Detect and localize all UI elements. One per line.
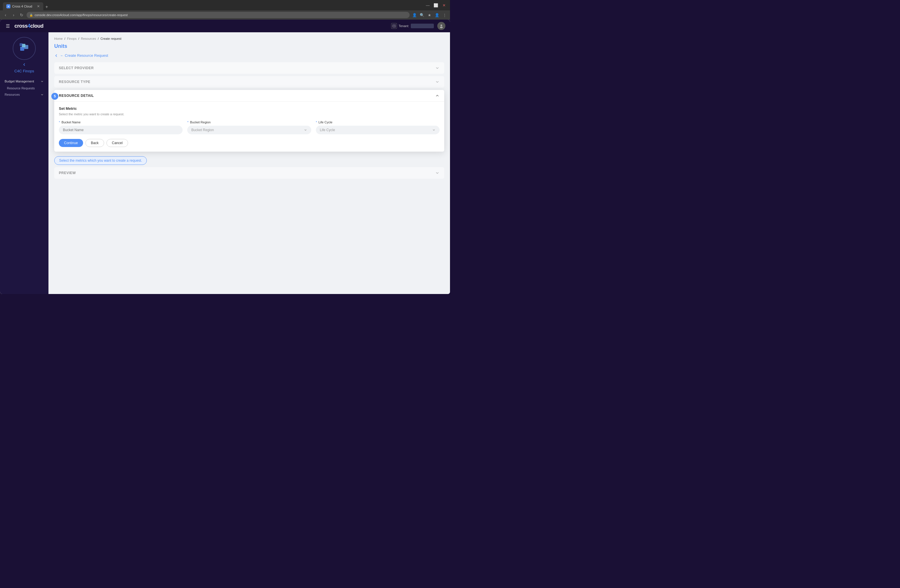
breadcrumb-finops[interactable]: Finops [67,37,76,40]
resource-detail-title: RESOURCE DETAIL [59,94,94,98]
resource-detail-header: RESOURCE DETAIL [54,90,444,102]
sidebar-item-resources[interactable]: Resources [2,92,46,97]
form-row: * Bucket Name * Bucket Region [59,121,440,134]
cancel-button[interactable]: Cancel [106,139,128,147]
window-close-button[interactable]: ✕ [441,2,447,8]
life-cycle-label: * Life Cycle [316,121,440,124]
preview-header[interactable]: PREVIEW [54,167,444,179]
user-avatar[interactable] [437,22,445,30]
browser-nav: ‹ › ↻ 🔒 console.dev.cross4cloud.com/app/… [0,10,450,20]
select-provider-section: SELECT PROVIDER [54,62,444,74]
window-minimize-button[interactable]: — [425,2,431,8]
browser-tab-active[interactable]: 4 Cross 4 Cloud ✕ [3,2,43,10]
sidebar-app-name: C4C Finops [14,69,34,73]
profile-icon[interactable]: 👤 [411,12,418,18]
sidebar-budget-management-section: Budget Management Resource Requests Reso… [0,78,48,97]
browser-tabs: 4 Cross 4 Cloud ✕ + [3,0,50,10]
sidebar-budget-management-header[interactable]: Budget Management [2,78,46,85]
sidebar-collapse-button[interactable] [22,62,26,68]
tenant-section: Tenant: [391,23,434,29]
preview-chevron-icon [435,171,440,175]
resource-detail-body: Set Metric Select the metric you want to… [54,102,444,152]
back-button[interactable]: Back [85,139,104,147]
tenant-value [411,24,434,28]
svg-point-2 [441,25,442,26]
select-provider-header[interactable]: SELECT PROVIDER [54,62,444,74]
svg-rect-7 [20,43,23,46]
breadcrumb-current: Create request [100,37,121,40]
url-text: console.dev.cross4cloud.com/app/finops/r… [35,13,128,17]
app-container: ☰ cross4cloud Tenant: [0,20,450,294]
browser-chrome: 4 Cross 4 Cloud ✕ + — ⬜ ✕ [0,0,450,10]
window-maximize-button[interactable]: ⬜ [433,2,439,8]
bucket-region-select[interactable]: Bucket Region [187,126,311,134]
resource-detail-collapse-icon[interactable] [435,93,440,98]
set-metric-title: Set Metric [59,106,440,111]
svg-point-3 [440,26,443,28]
svg-point-1 [393,25,395,26]
page-content: Home / Finops / Resources / Create reque… [48,32,450,294]
back-to-create-resource-link[interactable]: ← Create Resource Request [54,53,444,58]
preview-title: PREVIEW [59,171,76,175]
bookmark-icon[interactable]: ★ [426,12,433,18]
bucket-region-field: * Bucket Region Bucket Region [187,121,311,134]
app-logo: cross4cloud [14,23,43,29]
life-cycle-chevron [432,128,436,132]
refresh-nav-button[interactable]: ↻ [19,12,25,18]
breadcrumb-home[interactable]: Home [54,37,63,40]
preview-section: PREVIEW [54,167,444,179]
forward-nav-button[interactable]: › [10,12,17,18]
account-icon[interactable]: 👤 [434,12,440,18]
bucket-region-chevron [304,128,307,132]
sidebar: C4C Finops Budget Management Resource Re… [0,32,48,294]
back-nav-button[interactable]: ‹ [2,12,9,18]
life-cycle-field: * Life Cycle Life Cycle [316,121,440,134]
tenant-label: Tenant: [399,24,409,28]
ssl-icon: 🔒 [29,14,33,17]
sidebar-logo-icon [18,41,31,56]
step-badge: 5 [51,93,58,100]
new-tab-button[interactable]: + [43,3,50,10]
tab-close-button[interactable]: ✕ [37,4,40,8]
tenant-icon [391,23,397,29]
sidebar-logo [13,37,36,60]
breadcrumb-resources[interactable]: Resources [81,37,96,40]
hamburger-button[interactable]: ☰ [5,22,11,30]
sidebar-budget-management-label: Budget Management [5,80,34,83]
zoom-icon[interactable]: 🔍 [419,12,425,18]
continue-button[interactable]: Continue [59,139,83,147]
bucket-name-input[interactable] [59,126,183,134]
resource-detail-section: 5 RESOURCE DETAIL Set Metric Select the … [54,90,444,152]
sidebar-item-resource-requests[interactable]: Resource Requests [2,85,46,92]
nav-right-icons: 👤 🔍 ★ 👤 ⋮ [411,12,448,18]
bucket-name-label: * Bucket Name [59,121,183,124]
bucket-name-field: * Bucket Name [59,121,183,134]
bucket-region-label: * Bucket Region [187,121,311,124]
resource-type-section: RESOURCE TYPE [54,76,444,88]
set-metric-description: Select the metric you want to create a r… [59,112,440,116]
main-content: C4C Finops Budget Management Resource Re… [0,32,450,294]
life-cycle-select[interactable]: Life Cycle [316,126,440,134]
navbar-right: Tenant: [391,22,445,30]
address-bar[interactable]: 🔒 console.dev.cross4cloud.com/app/finops… [26,12,410,18]
hint-bar: Select the metrics which you want to cre… [54,156,147,165]
menu-icon[interactable]: ⋮ [441,12,448,18]
svg-rect-4 [20,47,24,51]
resource-type-header[interactable]: RESOURCE TYPE [54,76,444,88]
breadcrumb: Home / Finops / Resources / Create reque… [54,37,444,40]
top-navbar: ☰ cross4cloud Tenant: [0,20,450,32]
select-provider-title: SELECT PROVIDER [59,66,94,70]
action-buttons: Continue Back Cancel [59,139,440,147]
resource-type-title: RESOURCE TYPE [59,80,90,84]
tab-label: Cross 4 Cloud [12,5,32,8]
page-title: Units [54,43,444,49]
tab-favicon: 4 [6,4,10,8]
